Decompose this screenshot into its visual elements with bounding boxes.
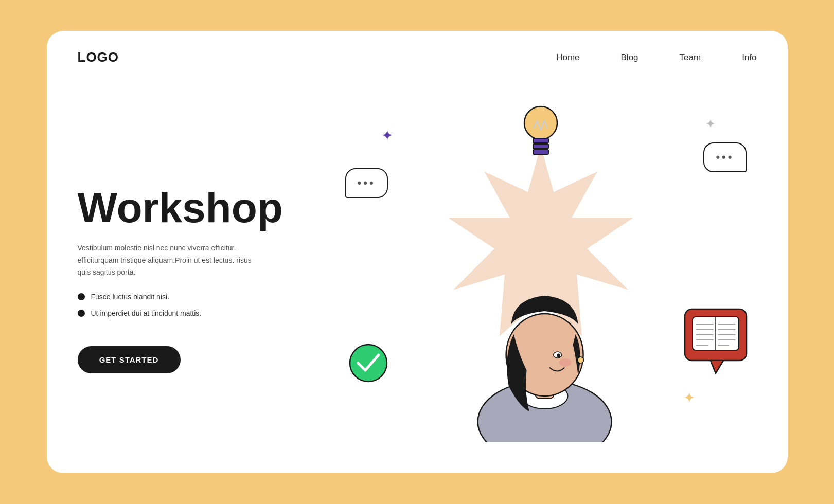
logo: LOGO — [78, 49, 119, 65]
nav-item-blog[interactable]: Blog — [621, 52, 638, 63]
book-icon — [682, 307, 749, 381]
svg-point-0 — [524, 106, 557, 139]
navbar: LOGO Home Blog Team Info — [47, 31, 788, 76]
check-icon — [348, 343, 389, 386]
star-light-icon: ✦ — [705, 117, 716, 131]
bullet-item-1: Fusce luctus blandit nisi. — [78, 293, 325, 301]
svg-point-29 — [350, 345, 387, 382]
main-content: Workshop Vestibulum molestie nisl nec nu… — [47, 76, 788, 473]
nav-link-info[interactable]: Info — [742, 52, 756, 62]
svg-point-14 — [559, 358, 571, 367]
character-illustration — [447, 195, 642, 442]
hero-left: Workshop Vestibulum molestie nisl nec nu… — [78, 86, 325, 453]
hero-title: Workshop — [78, 186, 325, 230]
nav-links: Home Blog Team Info — [556, 52, 756, 63]
bullet-list: Fusce luctus blandit nisi. Ut imperdiet … — [78, 293, 325, 326]
hero-description: Vestibulum molestie nisl nec nunc viverr… — [78, 242, 263, 278]
chat-bubble-right: ••• — [703, 142, 746, 172]
svg-point-13 — [557, 354, 560, 357]
nav-item-info[interactable]: Info — [742, 52, 756, 63]
bullet-item-2: Ut imperdiet dui at tincidunt mattis. — [78, 309, 325, 317]
svg-rect-7 — [533, 150, 548, 154]
star-purple-icon: ✦ — [381, 127, 393, 144]
chat-dots-right: ••• — [716, 151, 734, 164]
chat-dots-left: ••• — [358, 176, 376, 189]
hero-illustration: ✦ ✦ ✦ ••• ••• — [325, 86, 757, 453]
nav-link-home[interactable]: Home — [556, 52, 579, 62]
nav-link-blog[interactable]: Blog — [621, 52, 638, 62]
svg-rect-6 — [533, 144, 548, 149]
bullet-dot-1 — [78, 293, 85, 300]
svg-point-15 — [577, 357, 583, 363]
bullet-dot-2 — [78, 310, 85, 317]
nav-item-home[interactable]: Home — [556, 52, 579, 63]
nav-item-team[interactable]: Team — [680, 52, 701, 63]
get-started-button[interactable]: GET STARTED — [78, 346, 181, 373]
lightbulb-icon — [518, 101, 564, 160]
star-yellow-icon: ✦ — [683, 389, 695, 406]
bullet-text-1: Fusce luctus blandit nisi. — [91, 293, 170, 301]
chat-bubble-left: ••• — [345, 168, 388, 198]
svg-rect-5 — [533, 138, 548, 143]
bullet-text-2: Ut imperdiet dui at tincidunt mattis. — [91, 309, 202, 317]
nav-link-team[interactable]: Team — [680, 52, 701, 62]
main-card: LOGO Home Blog Team Info Workshop Vestib… — [47, 31, 788, 473]
